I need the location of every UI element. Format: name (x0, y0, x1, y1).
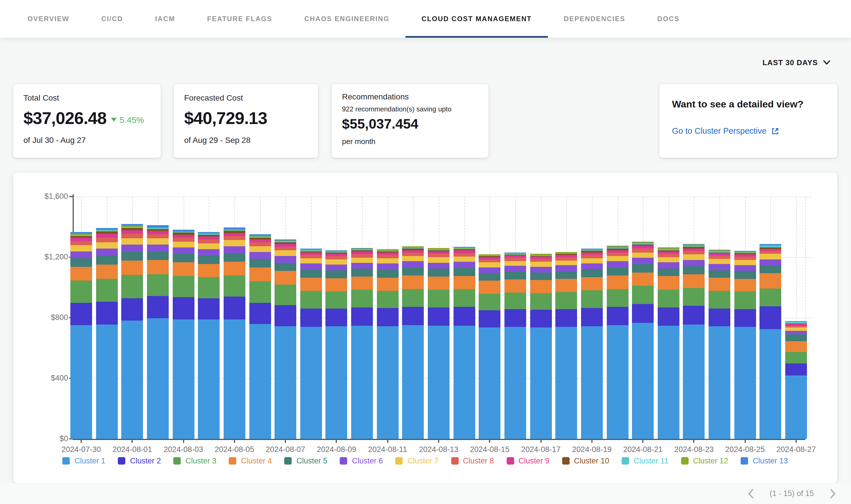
bar-segment-cluster-6-2024-08-08[interactable] (300, 264, 322, 270)
bar-segment-cluster-4-2024-07-30[interactable] (70, 267, 92, 281)
bar-segment-cluster-10-2024-08-09[interactable] (326, 253, 347, 254)
bar-segment-cluster-12-2024-08-14[interactable] (453, 248, 475, 249)
bar-segment-cluster-4-2024-08-22[interactable] (658, 276, 679, 290)
bar-segment-cluster-2-2024-08-05[interactable] (224, 296, 245, 320)
bar-segment-cluster-9-2024-08-08[interactable] (300, 253, 322, 255)
bar-segment-cluster-8-2024-08-24[interactable] (709, 255, 730, 259)
bar-segment-cluster-5-2024-08-23[interactable] (683, 266, 705, 274)
bar-segment-cluster-9-2024-08-23[interactable] (683, 249, 705, 251)
bar-segment-cluster-10-2024-08-07[interactable] (275, 242, 296, 244)
bar-segment-cluster-11-2024-08-03[interactable] (172, 232, 194, 233)
tab-overview[interactable]: OVERVIEW (12, 0, 85, 38)
bar-segment-cluster-13-2024-08-07[interactable] (275, 239, 296, 240)
bar-segment-cluster-2-2024-08-13[interactable] (428, 307, 450, 326)
bar-segment-cluster-1-2024-08-21[interactable] (632, 323, 654, 439)
bar-segment-cluster-12-2024-08-04[interactable] (198, 233, 220, 234)
bar-segment-cluster-6-2024-07-31[interactable] (96, 249, 118, 255)
bar-segment-cluster-5-2024-08-17[interactable] (530, 273, 552, 280)
bar-segment-cluster-13-2024-08-27[interactable] (785, 321, 807, 322)
bar-segment-cluster-4-2024-08-24[interactable] (709, 278, 730, 291)
bar-segment-cluster-4-2024-08-18[interactable] (555, 279, 577, 292)
bar-segment-cluster-1-2024-07-30[interactable] (70, 325, 92, 439)
bar-segment-cluster-6-2024-08-04[interactable] (198, 249, 220, 255)
bar-segment-cluster-11-2024-08-20[interactable] (607, 248, 628, 249)
bar-segment-cluster-5-2024-08-15[interactable] (479, 273, 501, 281)
bar-segment-cluster-9-2024-08-04[interactable] (198, 237, 220, 239)
bar-segment-cluster-4-2024-08-02[interactable] (147, 260, 169, 274)
bar-segment-cluster-5-2024-08-08[interactable] (300, 270, 322, 278)
bar-segment-cluster-6-2024-08-01[interactable] (122, 245, 143, 251)
bar-segment-cluster-9-2024-08-07[interactable] (275, 244, 296, 247)
bar-segment-cluster-6-2024-08-17[interactable] (530, 267, 552, 273)
bar-segment-cluster-8-2024-07-31[interactable] (96, 238, 118, 242)
legend-item-cluster-6[interactable]: Cluster 6 (340, 456, 383, 465)
bar-segment-cluster-13-2024-08-06[interactable] (249, 234, 271, 236)
bar-segment-cluster-10-2024-08-12[interactable] (402, 249, 424, 250)
bar-segment-cluster-11-2024-08-10[interactable] (351, 250, 373, 250)
bar-segment-cluster-11-2024-08-16[interactable] (504, 254, 526, 255)
bar-segment-cluster-4-2024-08-21[interactable] (632, 273, 654, 286)
bar-segment-cluster-10-2024-08-16[interactable] (504, 255, 526, 255)
bar-segment-cluster-8-2024-08-21[interactable] (632, 249, 654, 253)
legend-item-cluster-10[interactable]: Cluster 10 (562, 456, 609, 465)
bar-segment-cluster-3-2024-08-27[interactable] (785, 352, 807, 363)
bar-segment-cluster-10-2024-08-08[interactable] (300, 251, 322, 253)
bar-segment-cluster-6-2024-08-18[interactable] (555, 265, 577, 271)
bar-segment-cluster-12-2024-08-19[interactable] (581, 249, 603, 250)
bar-segment-cluster-13-2024-08-14[interactable] (453, 247, 475, 248)
bar-segment-cluster-4-2024-08-17[interactable] (530, 280, 552, 293)
bar-segment-cluster-10-2024-08-15[interactable] (479, 256, 501, 257)
bar-segment-cluster-7-2024-08-20[interactable] (607, 256, 628, 261)
bar-segment-cluster-8-2024-08-25[interactable] (734, 256, 756, 260)
legend-item-cluster-7[interactable]: Cluster 7 (396, 456, 438, 465)
bar-segment-cluster-1-2024-08-04[interactable] (198, 320, 220, 439)
bar-segment-cluster-4-2024-08-08[interactable] (300, 278, 322, 291)
bar-segment-cluster-3-2024-08-26[interactable] (760, 289, 782, 306)
bar-segment-cluster-5-2024-08-20[interactable] (607, 267, 628, 275)
bar-segment-cluster-13-2024-08-24[interactable] (709, 250, 730, 250)
bar-segment-cluster-5-2024-08-19[interactable] (581, 269, 603, 277)
bar-segment-cluster-4-2024-08-23[interactable] (683, 274, 705, 288)
bar-segment-cluster-6-2024-08-05[interactable] (224, 246, 245, 253)
bar-segment-cluster-13-2024-08-22[interactable] (658, 248, 679, 248)
bar-segment-cluster-9-2024-08-19[interactable] (581, 253, 603, 255)
bar-segment-cluster-12-2024-08-16[interactable] (504, 253, 526, 254)
bar-segment-cluster-10-2024-08-22[interactable] (658, 250, 679, 251)
bar-segment-cluster-12-2024-08-02[interactable] (147, 228, 169, 228)
bar-segment-cluster-4-2024-08-09[interactable] (326, 278, 347, 291)
bar-segment-cluster-6-2024-08-15[interactable] (479, 267, 501, 273)
bar-segment-cluster-12-2024-08-11[interactable] (377, 249, 398, 251)
bar-segment-cluster-1-2024-08-18[interactable] (555, 327, 577, 439)
legend-item-cluster-12[interactable]: Cluster 12 (681, 456, 728, 465)
bar-segment-cluster-5-2024-08-21[interactable] (632, 264, 654, 273)
bar-segment-cluster-4-2024-08-14[interactable] (453, 276, 475, 289)
bar-segment-cluster-6-2024-08-21[interactable] (632, 258, 654, 264)
bar-segment-cluster-4-2024-08-12[interactable] (402, 275, 424, 289)
bar-segment-cluster-1-2024-07-31[interactable] (96, 325, 118, 439)
bar-segment-cluster-7-2024-08-13[interactable] (428, 257, 450, 263)
bar-segment-cluster-12-2024-08-25[interactable] (734, 251, 756, 253)
bar-segment-cluster-3-2024-08-01[interactable] (122, 275, 143, 298)
bar-segment-cluster-6-2024-08-27[interactable] (785, 331, 807, 334)
bar-segment-cluster-5-2024-08-26[interactable] (760, 265, 782, 273)
bar-segment-cluster-10-2024-08-25[interactable] (734, 253, 756, 254)
bar-segment-cluster-10-2024-08-26[interactable] (760, 248, 782, 249)
bar-segment-cluster-7-2024-08-08[interactable] (300, 258, 322, 264)
bar-segment-cluster-1-2024-08-24[interactable] (709, 326, 730, 439)
bar-segment-cluster-2-2024-08-12[interactable] (402, 307, 424, 325)
bar-segment-cluster-5-2024-08-01[interactable] (122, 251, 143, 260)
bar-segment-cluster-13-2024-08-03[interactable] (172, 230, 194, 231)
bar-segment-cluster-8-2024-08-17[interactable] (530, 259, 552, 262)
bar-segment-cluster-9-2024-08-20[interactable] (607, 250, 628, 253)
bar-segment-cluster-2-2024-08-08[interactable] (300, 309, 322, 327)
bar-segment-cluster-9-2024-08-14[interactable] (453, 250, 475, 253)
bar-segment-cluster-13-2024-08-05[interactable] (224, 228, 245, 229)
bar-segment-cluster-10-2024-08-01[interactable] (122, 228, 143, 230)
legend-item-cluster-8[interactable]: Cluster 8 (451, 456, 494, 465)
bar-segment-cluster-7-2024-08-01[interactable] (122, 238, 143, 245)
bar-segment-cluster-1-2024-08-01[interactable] (122, 321, 143, 439)
bar-segment-cluster-3-2024-08-07[interactable] (275, 285, 296, 305)
pagination-prev-icon[interactable] (747, 488, 753, 499)
bar-segment-cluster-11-2024-08-22[interactable] (658, 249, 679, 250)
bar-segment-cluster-7-2024-08-15[interactable] (479, 262, 501, 267)
